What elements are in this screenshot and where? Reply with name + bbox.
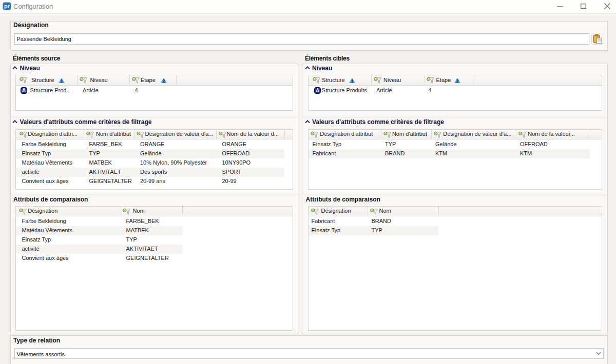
svg-text:1: 1 [351,78,354,83]
svg-text:2: 2 [163,78,165,83]
svg-text:pr: pr [4,3,10,9]
svg-text:A: A [22,88,26,93]
svg-text:2: 2 [456,78,459,83]
svg-text:A: A [316,88,319,93]
svg-text:1: 1 [60,78,63,83]
